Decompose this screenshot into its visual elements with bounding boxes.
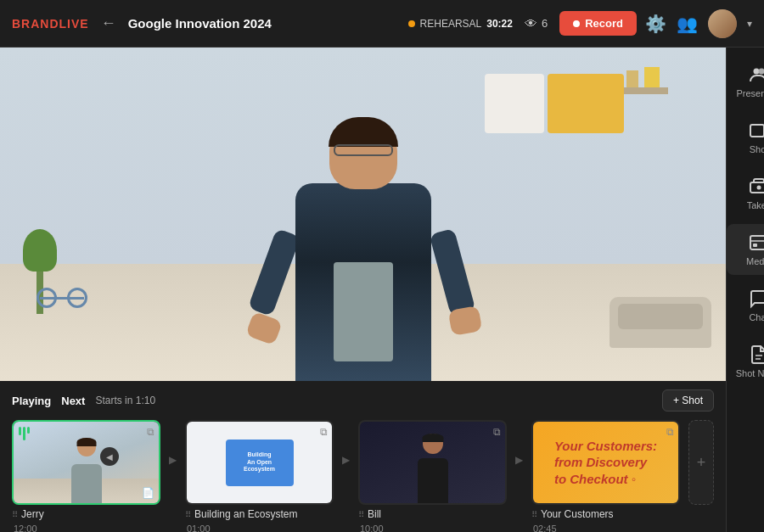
svg-rect-5: [750, 236, 764, 249]
shot-name-bill: Bill: [368, 508, 381, 520]
playing-indicator: [19, 427, 30, 440]
svg-point-1: [759, 69, 765, 75]
record-button[interactable]: Record: [559, 11, 637, 36]
sidebar-label-shot: Shot: [750, 144, 764, 154]
bar-1: [19, 427, 21, 435]
shot-card-ecosystem[interactable]: Building An Open Ecosystem ⧉ ⠿ Building …: [185, 420, 334, 532]
hair: [329, 117, 398, 147]
shelf-item-1: [644, 67, 660, 87]
shot-info-bill: ⠿ Bill: [358, 508, 507, 520]
slide-text-1: Building: [248, 451, 272, 458]
avatar[interactable]: [708, 9, 737, 38]
customers-text: Your Customers: from Discovery to Checko…: [554, 438, 657, 488]
jerry-thumbnail: ⧉ 📄: [14, 422, 159, 503]
starts-in-label: Starts in 1:10: [95, 395, 155, 406]
topbar-center: REHEARSAL 30:22 👁 6 Record: [408, 11, 637, 36]
svg-rect-6: [753, 244, 757, 247]
add-card-button[interactable]: +: [688, 420, 714, 505]
bottom-panel: Playing Next Starts in 1:10 + Shot ◀: [0, 381, 726, 532]
slide-text-2: An Open: [247, 459, 272, 466]
chat-icon: [749, 288, 764, 309]
person-body: [278, 117, 448, 381]
shot-thumb-jerry[interactable]: ⧉ 📄: [12, 420, 160, 505]
left-collapse-button[interactable]: ◀: [100, 447, 119, 466]
shot-card-jerry[interactable]: ⧉ 📄 ⠿ Jerry 12:00: [12, 420, 160, 532]
shot-card-customers[interactable]: Your Customers: from Discovery to Checko…: [531, 420, 680, 532]
customers-thumbnail: Your Customers: from Discovery to Checko…: [533, 422, 678, 503]
topbar-icons: ⚙️ 👥 ▾: [645, 9, 752, 38]
record-dot-icon: [573, 20, 580, 27]
shot-icon: [749, 120, 764, 141]
shot-duration-jerry: 12:00: [14, 524, 160, 532]
hand-right: [447, 305, 482, 336]
shot-card-bill[interactable]: ⧉ ⠿ Bill 10:00: [358, 420, 507, 532]
shot-name-jerry: Jerry: [21, 508, 44, 520]
next-label: Next: [61, 395, 85, 407]
bill-mini-head: [423, 434, 443, 454]
sidebar-item-presenters[interactable]: Presenters: [727, 56, 764, 107]
avatar-image: [708, 9, 737, 38]
event-title: Google Innovation 2024: [128, 16, 400, 31]
bill-thumbnail: ⧉: [360, 422, 505, 503]
customers-line3: to Checkout: [554, 472, 628, 486]
copy-icon-2: ⧉: [320, 426, 328, 438]
document-icon: 📄: [142, 487, 154, 499]
sidebar-label-presenters: Presenters: [736, 88, 764, 98]
shot-name-ecosystem: Building an Ecosystem: [194, 508, 297, 520]
jerry-mini-hair: [76, 438, 96, 446]
customers-bullet: ◦: [632, 472, 636, 486]
shot-duration-bill: 10:00: [360, 524, 507, 532]
main-area: Playing Next Starts in 1:10 + Shot ◀: [0, 48, 764, 532]
sidebar-label-media: Media: [746, 256, 764, 266]
arm-right: [429, 228, 475, 316]
playing-label: Playing: [12, 395, 51, 407]
sidebar-item-media[interactable]: Media: [727, 224, 764, 275]
sidebar-item-shot[interactable]: Shot: [727, 112, 764, 163]
sidebar-item-takes[interactable]: Takes: [727, 168, 764, 219]
dots-icon-4: ⠿: [531, 510, 537, 519]
copy-icon-4: ⧉: [666, 426, 674, 438]
copy-icon: ⧉: [147, 426, 154, 438]
presenters-icon: [749, 64, 764, 85]
svg-point-4: [757, 186, 761, 190]
sidebar-label-shotnotes: Shot Notes: [736, 368, 764, 378]
jerry-mini-head: [77, 438, 96, 456]
sidebar-label-takes: Takes: [747, 200, 764, 210]
ecosystem-slide: Building An Open Ecosystem: [226, 440, 294, 486]
add-shot-label: + Shot: [673, 395, 703, 406]
customers-line2: from Discovery: [554, 455, 647, 469]
arm-left: [247, 228, 300, 316]
viewer-count: 👁 6: [525, 16, 548, 31]
brand-logo: BRANDLIVE: [12, 17, 89, 31]
customers-text-block: Your Customers: from Discovery to Checko…: [554, 438, 657, 488]
presenter-figure: [244, 81, 482, 381]
avatar-chevron-icon[interactable]: ▾: [747, 18, 752, 30]
sidebar-item-chat[interactable]: Chat: [727, 280, 764, 331]
torso: [295, 183, 431, 381]
shot-thumb-bill[interactable]: ⧉: [358, 420, 507, 505]
shot-thumb-ecosystem[interactable]: Building An Open Ecosystem ⧉: [185, 420, 334, 505]
yellow-board: [548, 74, 624, 133]
svg-point-0: [754, 69, 760, 75]
shot-info-customers: ⠿ Your Customers: [531, 508, 680, 520]
shelf-item-2: [626, 70, 638, 87]
shot-thumb-customers[interactable]: Your Customers: from Discovery to Checko…: [531, 420, 680, 505]
shot-info-ecosystem: ⠿ Building an Ecosystem: [185, 508, 334, 520]
bar-3: [27, 427, 30, 434]
shotnotes-icon: [749, 344, 764, 365]
media-icon: [749, 232, 764, 253]
hand-left: [244, 311, 282, 346]
settings-icon[interactable]: ⚙️: [645, 14, 666, 34]
shot-strip: ⧉ 📄 ⠿ Jerry 12:00 ▶: [12, 420, 714, 532]
sidebar-item-shotnotes[interactable]: Shot Notes: [727, 336, 764, 387]
bottom-header: Playing Next Starts in 1:10 + Shot: [12, 389, 714, 412]
add-shot-button[interactable]: + Shot: [662, 389, 714, 412]
copy-icon-3: ⧉: [493, 426, 501, 438]
viewer-number: 6: [542, 17, 548, 30]
record-label: Record: [585, 17, 623, 30]
customers-line1: Your Customers:: [554, 439, 657, 453]
svg-rect-2: [750, 125, 764, 137]
back-button[interactable]: ←: [98, 14, 120, 32]
users-icon[interactable]: 👥: [677, 14, 698, 34]
bill-mini-torso: [418, 458, 448, 503]
